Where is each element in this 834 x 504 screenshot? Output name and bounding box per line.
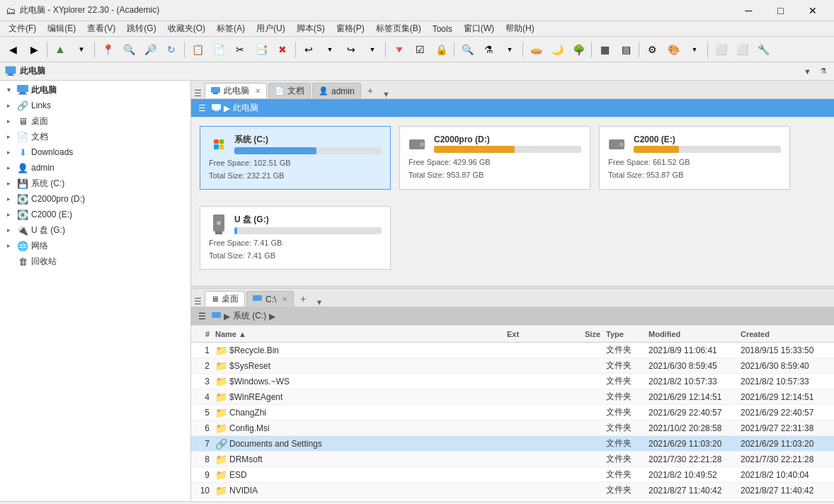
redo-button[interactable]: ↪ (341, 40, 361, 59)
miniature-button[interactable]: 🔎 (140, 40, 160, 59)
breadcrumb-path-bottom[interactable]: 系统 (C:) (233, 310, 266, 322)
menubar-item-u[interactable]: 用户(U) (251, 21, 291, 36)
filter2-button[interactable]: ☑ (410, 40, 430, 59)
sidebar-item-downloads[interactable]: ▸ ⬇ Downloads (0, 144, 190, 160)
filter-button[interactable]: ⚗ (479, 40, 498, 59)
drive-card-c[interactable]: 系统 (C:) Free Space: 102.51 GB Total Size… (200, 126, 391, 190)
menubar-item-tools[interactable]: Tools (427, 23, 458, 35)
menubar-item-f[interactable]: 文件(F) (3, 21, 42, 36)
up-button[interactable]: ▲ (50, 40, 70, 59)
header-size[interactable]: Size (547, 330, 603, 338)
tab-add-button-bottom[interactable]: + (295, 291, 311, 307)
sidebar-item-c[interactable]: ▸ 💾 系统 (C:) (0, 176, 190, 191)
file-row-5[interactable]: 5 📁 ChangZhi 文件夹 2021/6/29 22:40:57 2021… (191, 405, 834, 420)
file-row-4[interactable]: 4 📁 $WinREAgent 文件夹 2021/6/29 12:14:51 2… (191, 389, 834, 405)
sidebar-item-recycle[interactable]: 🗑 回收站 (0, 253, 190, 269)
forward-button[interactable]: ▶ (24, 40, 44, 59)
search-button[interactable]: 🔍 (119, 40, 139, 59)
menubar-item-a[interactable]: 标签(A) (211, 21, 251, 36)
tab-add-button[interactable]: + (362, 83, 378, 98)
tab-admin[interactable]: 👤 admin (312, 83, 361, 98)
location-button[interactable]: 📍 (98, 40, 118, 59)
color-button[interactable]: 🎨 (663, 40, 683, 59)
undo-button[interactable]: ↩ (299, 40, 319, 59)
close-button[interactable]: ✕ (796, 0, 828, 21)
redo-dd[interactable]: ▼ (362, 40, 382, 59)
tab-desktop-bottom[interactable]: 🖥 桌面 (205, 291, 245, 307)
file-row-9[interactable]: 9 📁 ESD 文件夹 2021/8/2 10:49:52 2021/8/2 1… (191, 467, 834, 483)
tab-c-close[interactable]: ✕ (282, 295, 287, 303)
maximize-button[interactable]: □ (765, 0, 796, 21)
drive-card-g[interactable]: U 盘 (G:) Free Space: 7.41 GB Total Size:… (200, 206, 391, 270)
back-button[interactable]: ◀ (3, 40, 23, 59)
splitview2-button[interactable]: ⬜ (732, 40, 752, 59)
breadcrumb-menu[interactable]: ☰ (195, 102, 209, 115)
header-type[interactable]: Type (603, 330, 646, 338)
header-num[interactable]: # (195, 330, 212, 338)
sidebar-header-computer[interactable]: ▾ 此电脑 (0, 82, 190, 98)
file-row-1[interactable]: 1 📁 $Recycle.Bin 文件夹 2021/8/9 11:06:41 2… (191, 343, 834, 358)
sidebar-item-d[interactable]: ▸ 💽 C2000pro (D:) (0, 191, 190, 207)
details-button[interactable]: ⚙ (642, 40, 662, 59)
paint-dd[interactable]: ▼ (685, 40, 704, 59)
menubar-item-w[interactable]: 窗口(W) (458, 21, 500, 36)
delete-button[interactable]: ✖ (273, 40, 292, 59)
cut-button[interactable]: ✂ (230, 40, 250, 59)
tab-documents[interactable]: 📄 文档 (268, 83, 311, 98)
refresh-button[interactable]: ↻ (161, 40, 181, 59)
breadcrumb-text-top[interactable]: 此电脑 (233, 102, 258, 114)
undo-dd[interactable]: ▼ (320, 40, 340, 59)
encrypt-button[interactable]: 🔒 (431, 40, 451, 59)
filter-dd[interactable]: ▼ (500, 40, 520, 59)
sidebar-item-admin[interactable]: ▸ 👤 admin (0, 160, 190, 176)
header-name[interactable]: Name ▲ (212, 330, 504, 338)
tab-c-bottom[interactable]: C:\ ✕ (246, 291, 294, 307)
theme-button[interactable]: 🌙 (547, 40, 567, 59)
pie-button[interactable]: 🥧 (526, 40, 546, 59)
tab-nav-button[interactable]: ▼ (379, 90, 393, 98)
file-row-6[interactable]: 6 📁 Config.Msi 文件夹 2021/10/2 20:28:58 20… (191, 420, 834, 436)
tree-button[interactable]: 🌳 (569, 40, 588, 59)
menubar-item-b[interactable]: 标签页集(B) (370, 21, 427, 36)
menubar-item-g[interactable]: 跳转(G) (121, 21, 161, 36)
menubar-item-o[interactable]: 收藏夹(O) (162, 21, 211, 36)
up-dropdown[interactable]: ▼ (72, 40, 91, 59)
sidebar-item-g[interactable]: ▸ 🔌 U 盘 (G:) (0, 222, 190, 238)
copy-path-button[interactable]: 📋 (188, 40, 207, 59)
sidebar-item-desktop[interactable]: ▸ 🖥 桌面 (0, 113, 190, 129)
header-created[interactable]: Created (738, 330, 830, 338)
header-modified[interactable]: Modified (646, 330, 738, 338)
breadcrumb-menu-bottom[interactable]: ☰ (195, 310, 209, 323)
menubar-item-h[interactable]: 帮助(H) (500, 21, 540, 36)
file-row-2[interactable]: 2 📁 $SysReset 文件夹 2021/6/30 8:59:45 2021… (191, 358, 834, 374)
file-row-3[interactable]: 3 📁 $Windows.~WS 文件夹 2021/8/2 10:57:33 2… (191, 374, 834, 389)
find-button[interactable]: 🔍 (457, 40, 477, 59)
layout2-button[interactable]: ▤ (616, 40, 636, 59)
sidebar-item-e[interactable]: ▸ 💽 C2000 (E:) (0, 207, 190, 222)
tab-nav-button-bottom[interactable]: ▼ (313, 298, 326, 307)
drive-card-e[interactable]: C2000 (E:) Free Space: 661.52 GB Total S… (599, 126, 790, 190)
new-folder-button[interactable]: 📄 (209, 40, 229, 59)
tab-computer[interactable]: 此电脑 ✕ (205, 83, 267, 98)
sidebar-item-docs[interactable]: ▸ 📄 文档 (0, 129, 190, 144)
menubar-item-v[interactable]: 查看(V) (81, 21, 121, 36)
menubar-item-e[interactable]: 编辑(E) (42, 21, 81, 36)
layout1-button[interactable]: ▦ (595, 40, 615, 59)
addr-filter-btn[interactable]: ⚗ (817, 65, 830, 77)
sidebar-item-links[interactable]: ▸ 🔗 Links (0, 98, 190, 113)
file-row-8[interactable]: 8 📁 DRMsoft 文件夹 2021/7/30 22:21:28 2021/… (191, 452, 834, 467)
file-row-10[interactable]: 10 📁 NVIDIA 文件夹 2021/8/27 11:40:42 2021/… (191, 483, 834, 498)
sidebar-item-network[interactable]: ▸ 🌐 网络 (0, 238, 190, 253)
tab-computer-close[interactable]: ✕ (255, 87, 261, 95)
addr-dropdown-btn[interactable]: ▼ (801, 65, 814, 77)
menubar-item-s[interactable]: 脚本(S) (291, 21, 331, 36)
minimize-button[interactable]: ─ (733, 0, 765, 21)
splitview1-button[interactable]: ⬜ (711, 40, 731, 59)
copy-button[interactable]: 📑 (251, 40, 271, 59)
filter1-button[interactable]: 🔻 (389, 40, 409, 59)
settings-button[interactable]: 🔧 (753, 40, 773, 59)
file-row-7[interactable]: 7 🔗 Documents and Settings 文件夹 2021/6/29… (191, 436, 834, 452)
drive-card-d[interactable]: C2000pro (D:) Free Space: 429.96 GB Tota… (399, 126, 590, 190)
header-ext[interactable]: Ext (504, 330, 547, 338)
menubar-item-p[interactable]: 窗格(P) (331, 21, 370, 36)
